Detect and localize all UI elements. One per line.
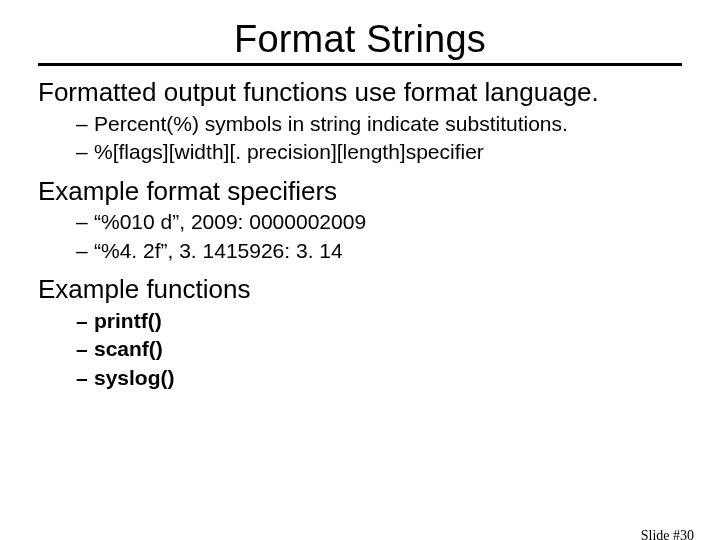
list-item: “%010 d”, 2009: 0000002009 xyxy=(76,208,686,236)
section-heading: Formatted output functions use format la… xyxy=(38,78,686,108)
slide: Format Strings Formatted output function… xyxy=(0,18,720,540)
slide-number: Slide #30 xyxy=(641,528,694,540)
section-heading: Example format specifiers xyxy=(38,177,686,207)
list-item: scanf() xyxy=(76,335,686,363)
list-item: “%4. 2f”, 3. 1415926: 3. 14 xyxy=(76,237,686,265)
list-item: printf() xyxy=(76,307,686,335)
section-list: Percent(%) symbols in string indicate su… xyxy=(38,110,686,167)
slide-body: Formatted output functions use format la… xyxy=(0,78,720,392)
list-item: %[flags][width][. precision][length]spec… xyxy=(76,138,686,166)
title-underline xyxy=(38,63,682,66)
section-heading: Example functions xyxy=(38,275,686,305)
section-list: “%010 d”, 2009: 0000002009 “%4. 2f”, 3. … xyxy=(38,208,686,265)
section-list: printf() scanf() syslog() xyxy=(38,307,686,392)
list-item: Percent(%) symbols in string indicate su… xyxy=(76,110,686,138)
slide-title: Format Strings xyxy=(0,18,720,61)
list-item: syslog() xyxy=(76,364,686,392)
